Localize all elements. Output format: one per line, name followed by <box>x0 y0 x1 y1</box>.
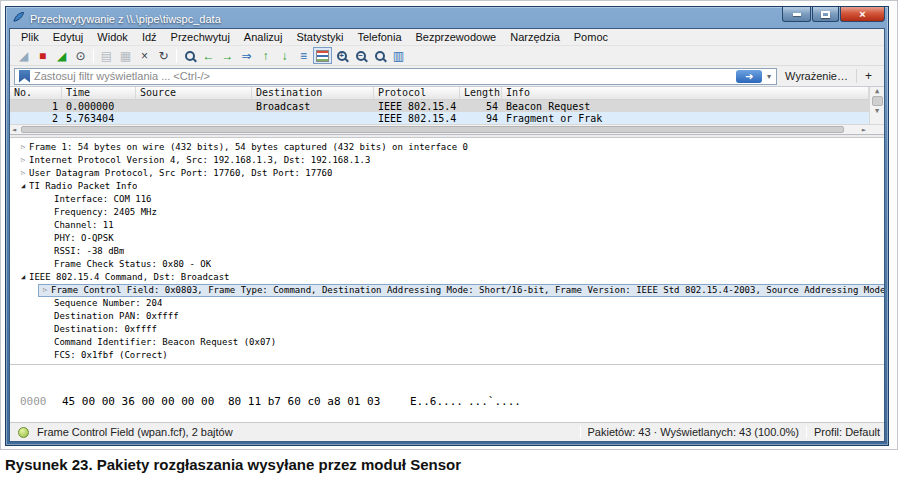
detail-row-interface[interactable]: Interface: COM 116 <box>10 193 884 206</box>
scroll-up-icon[interactable]: ▲ <box>875 87 879 95</box>
display-filter-input[interactable] <box>34 70 736 82</box>
menu-bezprzewodowe[interactable]: Bezprzewodowe <box>409 30 504 44</box>
packet-row-2[interactable]: 2 5.763404 IEEE 802.15.4 94 Fragment or … <box>10 112 884 124</box>
detail-row-phy[interactable]: PHY: O-QPSK <box>10 232 884 245</box>
magnifier-minus-icon: − <box>356 51 366 61</box>
go-to-packet-icon[interactable]: ⇒ <box>237 47 256 64</box>
maximize-button[interactable] <box>812 7 839 22</box>
packet-list-hscrollbar[interactable]: ◄ ► <box>10 124 884 134</box>
expander-expanded-icon[interactable] <box>17 180 29 193</box>
cell-no: 1 <box>10 101 62 112</box>
detail-row-ieee-command[interactable]: IEEE 802.15.4 Command, Dst: Broadcast <box>10 271 884 284</box>
window-title: Przechwytywanie z \\.\pipe\tiwspc_data <box>30 13 221 25</box>
expander-expanded-icon[interactable] <box>17 271 29 284</box>
scroll-right-icon[interactable]: ► <box>862 126 866 134</box>
cell-time: 0.000000 <box>62 101 136 112</box>
menu-idz[interactable]: Idź <box>135 30 164 44</box>
status-bar: Frame Control Field (wpan.fcf), 2 bajtów… <box>10 422 884 441</box>
close-button[interactable]: × <box>840 7 885 22</box>
col-header-source[interactable]: Source <box>136 87 252 99</box>
detail-row-ip[interactable]: Internet Protocol Version 4, Src: 192.16… <box>10 154 884 167</box>
col-header-time[interactable]: Time <box>62 87 136 99</box>
status-profile[interactable]: Profil: Default <box>814 426 880 438</box>
menu-widok[interactable]: Widok <box>90 30 135 44</box>
detail-row-sequence-number[interactable]: Sequence Number: 204 <box>10 297 884 310</box>
go-forward-icon[interactable]: → <box>218 47 237 64</box>
expression-button[interactable]: Wyrażenie… <box>777 70 856 82</box>
bookmark-icon[interactable] <box>19 70 30 83</box>
packet-list-pane: No. Time Source Destination Protocol Len… <box>10 87 884 135</box>
color-stripes-icon <box>316 50 329 62</box>
packet-row-1[interactable]: 1 0.000000 Broadcast IEEE 802.15.4 54 Be… <box>10 100 884 112</box>
open-file-icon[interactable]: ▤ <box>97 47 116 64</box>
close-file-icon[interactable]: × <box>135 47 154 64</box>
packet-list-vscrollbar[interactable]: ▲ ▼ <box>869 87 884 124</box>
menu-analizuj[interactable]: Analizuj <box>237 30 290 44</box>
packet-details-pane: Frame 1: 54 bytes on wire (432 bits), 54… <box>10 138 884 364</box>
stop-capture-icon[interactable]: ■ <box>33 47 52 64</box>
scroll-down-icon[interactable]: ▼ <box>875 107 879 115</box>
find-packet-icon[interactable] <box>180 47 199 64</box>
scroll-left-icon[interactable]: ◄ <box>12 126 16 134</box>
toolbar-separator <box>93 49 94 63</box>
menu-statystyki[interactable]: Statystyki <box>289 30 350 44</box>
detail-row-frequency[interactable]: Frequency: 2405 MHz <box>10 206 884 219</box>
detail-row-frame-control-field[interactable]: Frame Control Field: 0x0803, Frame Type:… <box>10 284 884 297</box>
status-separator <box>580 426 581 438</box>
restart-capture-icon[interactable]: ◢ <box>52 47 71 64</box>
expander-collapsed-icon[interactable] <box>17 154 29 167</box>
col-header-length[interactable]: Length <box>460 87 502 99</box>
menu-bar: Plik Edytuj Widok Idź Przechwytuj Analiz… <box>10 29 884 46</box>
detail-row-frame[interactable]: Frame 1: 54 bytes on wire (432 bits), 54… <box>10 141 884 154</box>
detail-row-command-identifier[interactable]: Command Identifier: Beacon Request (0x07… <box>10 336 884 349</box>
zoom-out-icon[interactable]: − <box>351 47 370 64</box>
go-back-icon[interactable]: ← <box>199 47 218 64</box>
detail-row-fcs[interactable]: FCS: 0x1fbf (Correct) <box>10 349 884 362</box>
col-header-destination[interactable]: Destination <box>252 87 374 99</box>
menu-narzedzia[interactable]: Narzędzia <box>503 30 567 44</box>
expert-info-icon[interactable] <box>18 427 29 438</box>
detail-row-rssi[interactable]: RSSI: -38 dBm <box>10 245 884 258</box>
detail-row-ti-radio[interactable]: TI Radio Packet Info <box>10 180 884 193</box>
hscroll-thumb[interactable] <box>21 126 844 133</box>
auto-scroll-icon[interactable]: ≡ <box>294 47 313 64</box>
detail-row-udp[interactable]: User Datagram Protocol, Src Port: 17760,… <box>10 167 884 180</box>
status-packet-counts: Pakietów: 43 · Wyświetlanych: 43 (100.0%… <box>588 426 799 438</box>
vscroll-thumb[interactable] <box>872 96 883 106</box>
detail-row-fcs-status[interactable]: Frame Check Status: 0x80 - OK <box>10 258 884 271</box>
col-header-no[interactable]: No. <box>10 87 62 99</box>
menu-przechwytuj[interactable]: Przechwytuj <box>164 30 237 44</box>
start-capture-icon[interactable]: ◢ <box>14 47 33 64</box>
menu-plik[interactable]: Plik <box>14 30 46 44</box>
minimize-button[interactable] <box>782 7 811 22</box>
capture-options-icon[interactable]: ⊙ <box>71 47 90 64</box>
zoom-reset-icon[interactable] <box>370 47 389 64</box>
detail-row-channel[interactable]: Channel: 11 <box>10 219 884 232</box>
detail-row-destination[interactable]: Destination: 0xffff <box>10 323 884 336</box>
save-file-icon[interactable]: ▦ <box>116 47 135 64</box>
hex-row-0000[interactable]: 000045 00 00 36 00 00 00 0080 11 b7 60 c… <box>20 395 884 408</box>
maximize-icon <box>821 11 830 18</box>
resize-columns-icon[interactable]: ▥ <box>389 47 408 64</box>
expander-collapsed-icon[interactable] <box>17 141 29 154</box>
expander-collapsed-icon[interactable] <box>17 167 29 180</box>
apply-filter-button[interactable]: ➜ <box>736 70 762 83</box>
filter-dropdown-caret[interactable]: ▾ <box>764 72 774 81</box>
add-filter-button[interactable]: + <box>856 69 880 83</box>
expander-collapsed-icon[interactable] <box>39 284 51 297</box>
wireshark-window: Przechwytywanie z \\.\pipe\tiwspc_data ×… <box>5 6 889 446</box>
detail-row-destination-pan[interactable]: Destination PAN: 0xffff <box>10 310 884 323</box>
go-bottom-icon[interactable]: ↓ <box>275 47 294 64</box>
menu-telefonia[interactable]: Telefonia <box>350 30 408 44</box>
status-selected-field: Frame Control Field (wpan.fcf), 2 bajtów <box>37 426 573 438</box>
menu-pomoc[interactable]: Pomoc <box>567 30 615 44</box>
go-top-icon[interactable]: ↑ <box>256 47 275 64</box>
zoom-in-icon[interactable]: + <box>332 47 351 64</box>
reload-icon[interactable]: ↻ <box>154 47 173 64</box>
menu-edytuj[interactable]: Edytuj <box>46 30 91 44</box>
col-header-info[interactable]: Info <box>502 87 869 99</box>
colorize-icon[interactable] <box>313 47 332 64</box>
col-header-protocol[interactable]: Protocol <box>374 87 460 99</box>
title-bar[interactable]: Przechwytywanie z \\.\pipe\tiwspc_data × <box>6 7 888 28</box>
magnifier-icon <box>185 51 195 61</box>
